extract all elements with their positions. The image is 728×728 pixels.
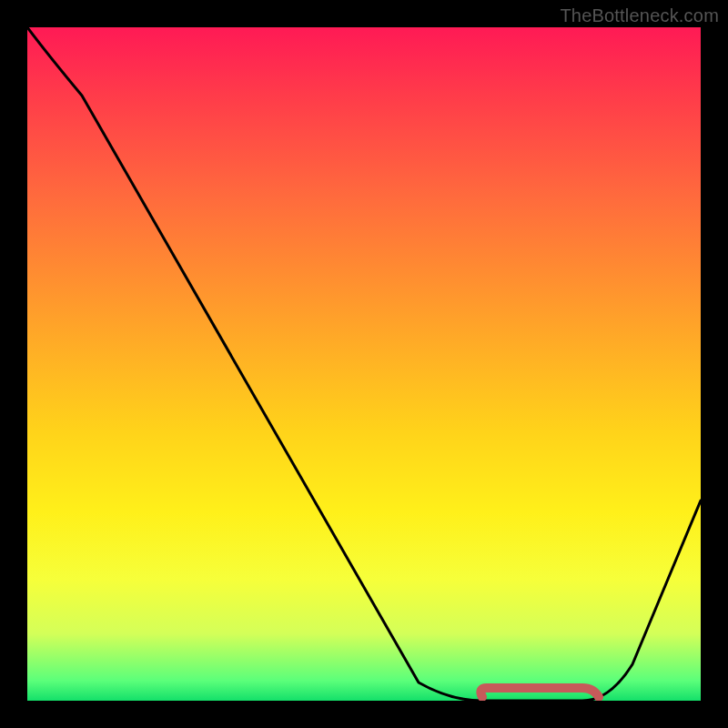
bottleneck-curve bbox=[27, 27, 701, 701]
watermark-text: TheBottleneck.com bbox=[560, 5, 719, 26]
plot-area bbox=[27, 27, 701, 701]
chart-container: TheBottleneck.com bbox=[0, 0, 728, 728]
curve-svg bbox=[27, 27, 701, 701]
optimal-flat-range bbox=[480, 688, 599, 697]
